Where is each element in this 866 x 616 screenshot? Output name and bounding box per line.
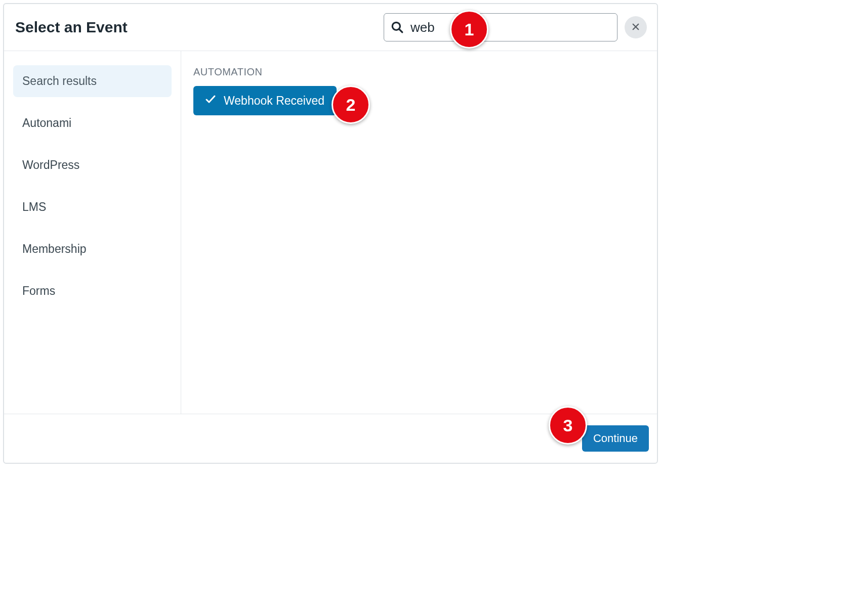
search-wrap bbox=[384, 13, 617, 41]
search-icon bbox=[391, 21, 404, 34]
close-button[interactable] bbox=[625, 16, 647, 38]
sidebar-item-search-results[interactable]: Search results bbox=[13, 65, 172, 97]
sidebar-item-lms[interactable]: LMS bbox=[13, 191, 172, 223]
svg-line-1 bbox=[399, 29, 402, 32]
check-icon bbox=[204, 93, 217, 108]
sidebar-item-forms[interactable]: Forms bbox=[13, 275, 172, 307]
sidebar: Search results Autonami WordPress LMS Me… bbox=[4, 51, 181, 414]
event-label: Webhook Received bbox=[224, 94, 324, 108]
sidebar-item-label: Search results bbox=[22, 74, 97, 87]
event-select-panel: Select an Event Search results bbox=[3, 3, 658, 464]
sidebar-item-label: Forms bbox=[22, 284, 55, 297]
continue-button[interactable]: Continue bbox=[582, 425, 649, 452]
panel-header: Select an Event bbox=[4, 4, 657, 51]
sidebar-item-label: Autonami bbox=[22, 116, 71, 129]
sidebar-item-label: Membership bbox=[22, 242, 87, 255]
sidebar-item-wordpress[interactable]: WordPress bbox=[13, 149, 172, 181]
panel-title: Select an Event bbox=[15, 19, 377, 36]
sidebar-item-autonami[interactable]: Autonami bbox=[13, 107, 172, 139]
sidebar-item-label: LMS bbox=[22, 200, 46, 213]
panel-footer: Continue bbox=[4, 414, 657, 463]
search-input[interactable] bbox=[384, 13, 617, 41]
main-content: AUTOMATION Webhook Received bbox=[181, 51, 657, 414]
close-icon bbox=[631, 22, 640, 33]
event-webhook-received[interactable]: Webhook Received bbox=[193, 86, 337, 115]
panel-body: Search results Autonami WordPress LMS Me… bbox=[4, 51, 657, 414]
sidebar-item-membership[interactable]: Membership bbox=[13, 233, 172, 265]
sidebar-item-label: WordPress bbox=[22, 158, 79, 171]
section-label-automation: AUTOMATION bbox=[193, 66, 645, 78]
